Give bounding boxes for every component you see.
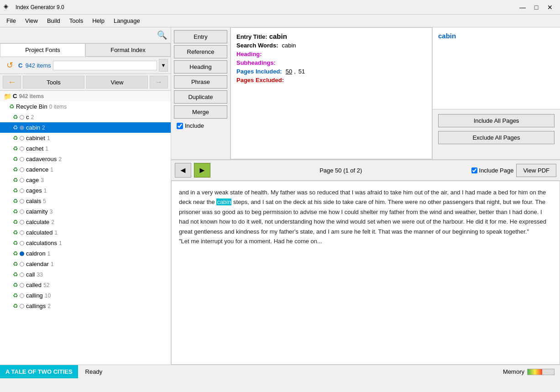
memory-label: Memory — [503, 368, 524, 375]
phrase-button[interactable]: Phrase — [174, 75, 227, 89]
recycle-count: 0 items — [49, 104, 67, 110]
list-item[interactable]: ♻ calculations 1 — [0, 238, 171, 248]
list-item[interactable]: ♻ callings 2 — [0, 301, 171, 311]
exclude-all-pages-button[interactable]: Exclude All Pages — [438, 131, 555, 144]
menu-view[interactable]: View — [21, 16, 42, 26]
tree-root[interactable]: 📁 C 942 items — [0, 91, 171, 101]
empty-dot-icon — [20, 157, 24, 162]
undo-button[interactable]: ↺ — [3, 59, 16, 72]
main-content: 🔍 Project Fonts Format Index ↺ C 942 ite… — [0, 27, 560, 365]
search-bar: 🔍 — [0, 27, 171, 43]
app-title: Index Generator 9.0 — [16, 4, 516, 10]
page-forward-button[interactable]: ► — [194, 163, 210, 178]
preview-title-panel: cabin — [433, 27, 560, 110]
blue-dot-icon — [20, 125, 24, 130]
preview-title: cabin — [438, 32, 456, 40]
empty-dot-icon — [20, 293, 24, 298]
list-item[interactable]: ♻ cabinet 1 — [0, 133, 171, 143]
list-item[interactable]: ♻ calling 10 — [0, 290, 171, 301]
close-button[interactable]: ✕ — [544, 2, 556, 12]
list-item[interactable]: ♻ calais 5 — [0, 196, 171, 206]
text-preview: and in a very weak state of health. My f… — [171, 181, 560, 365]
menu-build[interactable]: Build — [42, 16, 65, 26]
list-item-caldron[interactable]: ♻ caldron 1 — [0, 248, 171, 259]
view-button[interactable]: View — [86, 76, 148, 89]
include-page-checkbox[interactable] — [471, 167, 477, 173]
list-item[interactable]: ♻ calculate 2 — [0, 217, 171, 227]
blue-dot-icon — [20, 251, 24, 256]
include-all-pages-button[interactable]: Include All Pages — [438, 114, 555, 127]
entry-title-label: Entry Title: — [236, 33, 267, 40]
page-buttons-panel: Include All Pages Exclude All Pages — [433, 110, 560, 149]
entry-button[interactable]: Entry — [174, 30, 227, 43]
top-section: Entry Reference Heading Phrase Duplicate… — [171, 27, 560, 160]
list-item[interactable]: ♻ calculated 1 — [0, 227, 171, 238]
include-checkbox[interactable] — [177, 123, 183, 129]
memory-bar — [527, 369, 555, 375]
recycle-bin-item[interactable]: ♻ Recycle Bin 0 items — [0, 101, 171, 112]
text-content: and in a very weak state of health. My f… — [179, 189, 546, 245]
duplicate-button[interactable]: Duplicate — [174, 90, 227, 104]
search-words-label: Search Words: — [236, 42, 278, 49]
recycle-label: Recycle Bin — [16, 103, 47, 110]
list-item[interactable]: ♻ c 2 — [0, 112, 171, 122]
menu-file[interactable]: File — [2, 16, 21, 26]
list-item[interactable]: ♻ cage 3 — [0, 175, 171, 185]
list-item[interactable]: ♻ cages 1 — [0, 185, 171, 196]
page-back-button[interactable]: ◄ — [175, 163, 191, 178]
menubar: File View Build Tools Help Language — [0, 15, 560, 27]
empty-dot-icon — [20, 283, 24, 287]
search-words-row: Search Words: cabin — [236, 42, 426, 49]
empty-dot-icon — [20, 199, 24, 204]
menu-language[interactable]: Language — [109, 16, 145, 26]
reference-button[interactable]: Reference — [174, 45, 227, 58]
list-item[interactable]: ♻ cachet 1 — [0, 143, 171, 154]
project-tabs: Project Fonts Format Index — [0, 43, 171, 57]
pages-included-row: Pages Included: 50 , 51 — [236, 68, 426, 75]
include-row: Include — [174, 120, 227, 131]
list-item[interactable]: ♻ call 33 — [0, 269, 171, 280]
empty-dot-icon — [20, 209, 24, 214]
forward-button[interactable]: → — [150, 76, 168, 89]
memory-fill — [528, 369, 542, 375]
menu-tools[interactable]: Tools — [65, 16, 88, 26]
highlight-cabin: cabin — [216, 199, 231, 205]
right-side-top: cabin Include All Pages Exclude All Page… — [432, 27, 560, 159]
tools-button[interactable]: Tools — [23, 76, 84, 89]
maximize-button[interactable]: □ — [530, 2, 543, 12]
view-pdf-button[interactable]: View PDF — [516, 164, 556, 177]
book-title: A TALE OF TWO CITIES — [0, 365, 78, 378]
empty-dot-icon — [20, 304, 24, 308]
folder-icon: 📁 — [4, 93, 11, 100]
app-icon: ◈ — [4, 3, 13, 12]
list-item[interactable]: ♻ calamity 3 — [0, 206, 171, 217]
list-item-cabin[interactable]: ♻ cabin 2 — [0, 122, 171, 133]
pages-included-label: Pages Included: — [236, 68, 282, 75]
list-item[interactable]: ♻ calendar 1 — [0, 259, 171, 269]
list-item[interactable]: ♻ cadaverous 2 — [0, 154, 171, 164]
merge-button[interactable]: Merge — [174, 105, 227, 119]
search-button[interactable]: 🔍 — [157, 30, 167, 40]
pages-included-value: 50 — [286, 68, 292, 75]
nav-bar: ← Tools View → — [0, 74, 171, 91]
subheadings-row: Subheadings: — [236, 59, 426, 66]
heading-button[interactable]: Heading — [174, 60, 227, 73]
heading-row: Heading: — [236, 51, 426, 57]
filter-count: 942 items — [25, 62, 51, 69]
filter-dropdown-btn[interactable]: ▼ — [159, 59, 168, 72]
recycle-icon: ♻ — [9, 103, 15, 110]
root-count: 942 items — [19, 93, 44, 99]
menu-help[interactable]: Help — [88, 16, 109, 26]
pages-excluded-label: Pages Excluded: — [236, 77, 284, 84]
list-item[interactable]: ♻ cadence 1 — [0, 164, 171, 175]
list-item[interactable]: ♻ called 52 — [0, 280, 171, 290]
app-body: 🔍 Project Fonts Format Index ↺ C 942 ite… — [0, 27, 560, 378]
root-label: C — [13, 93, 17, 99]
subheadings-label: Subheadings: — [236, 59, 276, 66]
minimize-button[interactable]: — — [516, 2, 529, 12]
tab-format-index[interactable]: Format Index — [85, 43, 171, 57]
right-area: Entry Reference Heading Phrase Duplicate… — [171, 27, 560, 365]
back-button[interactable]: ← — [3, 76, 21, 89]
tab-project-fonts[interactable]: Project Fonts — [0, 43, 85, 57]
filter-input[interactable] — [53, 61, 157, 70]
